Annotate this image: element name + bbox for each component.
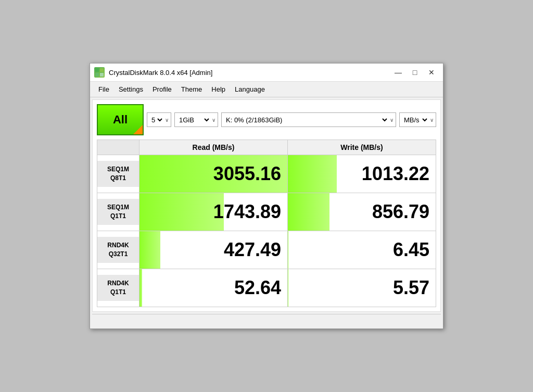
- menu-profile[interactable]: Profile: [148, 84, 176, 95]
- write-value-cell-3: 5.57: [288, 269, 436, 307]
- write-value-0: 1013.22: [288, 155, 436, 193]
- menu-bar: File Settings Profile Theme Help Languag…: [90, 82, 443, 97]
- size-select-wrapper[interactable]: 512MiB 1GiB 2GiB 4GiB 8GiB 16GiB 32GiB 6…: [174, 112, 218, 127]
- runs-select-wrapper[interactable]: 1 3 5 9 ∨: [147, 112, 171, 127]
- read-value-cell-3: 52.64: [139, 269, 287, 307]
- row-label-2: RND4KQ32T1: [97, 231, 139, 269]
- app-icon: [94, 67, 105, 78]
- main-content: All 1 3 5 9 ∨ 512MiB 1GiB 2GiB 4GiB 8GiB…: [92, 99, 441, 312]
- row-label-text-1: SEQ1MQ1T1: [97, 199, 139, 225]
- row-write-2: 6.45: [288, 231, 436, 269]
- write-value-2: 6.45: [288, 231, 436, 269]
- runs-select[interactable]: 1 3 5 9: [149, 116, 164, 124]
- unit-chevron-icon: ∨: [430, 117, 434, 123]
- window-title: CrystalDiskMark 8.0.4 x64 [Admin]: [109, 69, 212, 77]
- read-value-0: 3055.16: [139, 155, 287, 193]
- write-value-cell-1: 856.79: [288, 193, 436, 231]
- write-value-3: 5.57: [288, 269, 436, 307]
- status-bar: [92, 314, 441, 326]
- read-value-2: 427.49: [139, 231, 287, 269]
- menu-language[interactable]: Language: [231, 84, 269, 95]
- svg-rect-2: [95, 73, 99, 77]
- svg-rect-1: [100, 68, 104, 72]
- size-select[interactable]: 512MiB 1GiB 2GiB 4GiB 8GiB 16GiB 32GiB 6…: [177, 116, 211, 124]
- write-value-cell-0: 1013.22: [288, 155, 436, 193]
- read-value-cell-0: 3055.16: [139, 155, 287, 193]
- read-value-1: 1743.89: [139, 193, 287, 231]
- title-bar-left: CrystalDiskMark 8.0.4 x64 [Admin]: [94, 67, 212, 78]
- write-value-1: 856.79: [288, 193, 436, 231]
- unit-select-wrapper[interactable]: MB/s GB/s IOPS μs ∨: [399, 112, 436, 127]
- read-value-cell-2: 427.49: [139, 231, 287, 269]
- controls-row: All 1 3 5 9 ∨ 512MiB 1GiB 2GiB 4GiB 8GiB…: [97, 104, 436, 135]
- size-chevron-icon: ∨: [212, 117, 215, 123]
- menu-file[interactable]: File: [94, 84, 113, 95]
- menu-help[interactable]: Help: [207, 84, 230, 95]
- title-bar: CrystalDiskMark 8.0.4 x64 [Admin] — □ ✕: [90, 64, 443, 82]
- close-button[interactable]: ✕: [424, 67, 439, 78]
- unit-select[interactable]: MB/s GB/s IOPS μs: [402, 116, 429, 124]
- write-value-cell-2: 6.45: [288, 231, 436, 269]
- col-read-header: Read (MB/s): [139, 140, 288, 155]
- row-write-3: 5.57: [288, 269, 436, 307]
- menu-settings[interactable]: Settings: [115, 84, 147, 95]
- drive-select-wrapper[interactable]: K: 0% (2/1863GiB) ∨: [221, 112, 396, 127]
- row-read-0: 3055.16: [139, 155, 288, 193]
- drive-chevron-icon: ∨: [390, 117, 394, 123]
- minimize-button[interactable]: —: [391, 67, 405, 78]
- title-controls: — □ ✕: [391, 67, 439, 78]
- col-write-header: Write (MB/s): [288, 140, 436, 155]
- svg-rect-3: [100, 73, 104, 77]
- col-empty: [97, 140, 139, 155]
- benchmark-table: Read (MB/s) Write (MB/s) SEQ1MQ8T1 3055.…: [97, 140, 436, 307]
- runs-chevron-icon: ∨: [165, 117, 169, 123]
- row-read-2: 427.49: [139, 231, 288, 269]
- menu-theme[interactable]: Theme: [177, 84, 206, 95]
- row-read-3: 52.64: [139, 269, 288, 307]
- row-write-1: 856.79: [288, 193, 436, 231]
- maximize-button[interactable]: □: [408, 67, 422, 78]
- read-value-3: 52.64: [139, 269, 287, 307]
- main-window: CrystalDiskMark 8.0.4 x64 [Admin] — □ ✕ …: [90, 63, 443, 329]
- drive-select[interactable]: K: 0% (2/1863GiB): [224, 116, 389, 124]
- row-label-text-0: SEQ1MQ8T1: [97, 161, 139, 187]
- row-label-0: SEQ1MQ8T1: [97, 155, 139, 193]
- row-write-0: 1013.22: [288, 155, 436, 193]
- row-label-1: SEQ1MQ1T1: [97, 193, 139, 231]
- row-label-text-2: RND4KQ32T1: [97, 237, 139, 263]
- row-label-3: RND4KQ1T1: [97, 269, 139, 307]
- all-button[interactable]: All: [97, 104, 144, 135]
- svg-rect-0: [95, 68, 99, 72]
- row-label-text-3: RND4KQ1T1: [97, 275, 139, 301]
- row-read-1: 1743.89: [139, 193, 288, 231]
- read-value-cell-1: 1743.89: [139, 193, 287, 231]
